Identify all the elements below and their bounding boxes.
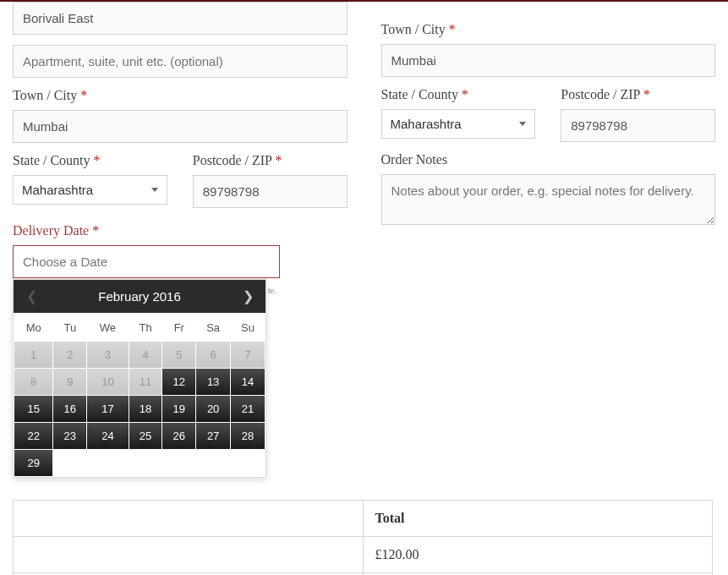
calendar-day[interactable]: 29: [14, 450, 52, 476]
calendar-day[interactable]: 15: [14, 396, 52, 422]
calendar-day: 5: [162, 342, 195, 368]
calendar-day: 4: [129, 342, 162, 368]
shipping-state-value: Maharashtra: [391, 117, 462, 131]
calendar-day[interactable]: 16: [53, 396, 86, 422]
weekday-header: We: [87, 313, 129, 342]
order-total-header: Total: [363, 501, 713, 537]
billing-state-select[interactable]: Maharashtra: [13, 175, 167, 205]
billing-state-label: State / County *: [13, 153, 167, 168]
calendar-day[interactable]: 28: [231, 423, 265, 449]
datepicker-title: February 2016: [98, 289, 181, 304]
weekday-header: Su: [231, 313, 265, 342]
calendar-day: 11: [129, 369, 162, 395]
delivery-date-label: Delivery Date *: [13, 223, 348, 238]
calendar-day: 6: [196, 342, 230, 368]
calendar-day[interactable]: 23: [53, 423, 86, 449]
calendar-day[interactable]: 24: [87, 423, 129, 449]
calendar-day: 3: [87, 342, 129, 368]
shipping-state-select[interactable]: Maharashtra: [381, 109, 536, 139]
shipping-postcode-label: Postcode / ZIP *: [561, 87, 715, 102]
calendar-day: 9: [53, 369, 86, 395]
chevron-down-icon: [151, 188, 158, 192]
weekday-header: Th: [129, 313, 162, 342]
billing-city-input[interactable]: [13, 110, 348, 143]
weekday-header: Sa: [196, 313, 231, 342]
next-month-icon[interactable]: ❯: [240, 288, 255, 304]
shipping-city-input[interactable]: [381, 44, 716, 77]
calendar-day: 7: [231, 342, 265, 368]
billing-address2-input[interactable]: [13, 45, 348, 78]
calendar-day: [196, 450, 230, 476]
weekday-header: Tu: [53, 313, 87, 342]
calendar-day[interactable]: 13: [196, 369, 230, 395]
calendar-day[interactable]: 25: [129, 423, 162, 449]
calendar-day: 2: [53, 342, 86, 368]
shipping-city-label: Town / City *: [381, 22, 716, 37]
calendar-day: [162, 450, 195, 476]
billing-postcode-input[interactable]: [193, 175, 348, 208]
datepicker-table: MoTuWeThFrSaSu 1234567891011121314151617…: [14, 313, 265, 477]
calendar-day[interactable]: 19: [162, 396, 195, 422]
order-summary-table: Total £120.00 Subtotal £120.00 Shipping …: [13, 500, 713, 575]
calendar-day: 1: [14, 342, 52, 368]
calendar-day[interactable]: 27: [196, 423, 230, 449]
calendar-day: [231, 450, 265, 476]
prev-month-icon: ❮: [24, 288, 39, 304]
calendar-day[interactable]: 21: [231, 396, 265, 422]
billing-address1-input[interactable]: [13, 2, 348, 35]
calendar-day[interactable]: 14: [231, 369, 265, 395]
calendar-day[interactable]: 26: [162, 423, 195, 449]
shipping-state-label: State / County *: [381, 87, 536, 102]
billing-postcode-label: Postcode / ZIP *: [193, 153, 348, 168]
calendar-day[interactable]: 22: [14, 423, 52, 449]
billing-state-value: Maharashtra: [22, 183, 93, 197]
calendar-day: 8: [14, 369, 52, 395]
calendar-day: 10: [87, 369, 129, 395]
billing-city-label: Town / City *: [13, 88, 348, 103]
chevron-down-icon: [519, 122, 526, 126]
order-notes-textarea[interactable]: [381, 174, 716, 225]
order-notes-label: Order Notes: [381, 152, 716, 167]
delivery-date-input[interactable]: [13, 245, 280, 278]
order-line-total: £120.00: [363, 537, 713, 573]
calendar-day: [129, 450, 162, 476]
datepicker-header: ❮ February 2016 ❯: [14, 280, 265, 313]
shipping-postcode-input[interactable]: [561, 109, 715, 142]
calendar-day: [87, 450, 129, 476]
calendar-day[interactable]: 17: [87, 396, 129, 422]
calendar-day[interactable]: 12: [162, 369, 195, 395]
delivery-hint: te.: [268, 286, 276, 295]
datepicker-popup: ❮ February 2016 ❯ MoTuWeThFrSaSu 1234567…: [13, 279, 266, 478]
calendar-day[interactable]: 18: [129, 396, 162, 422]
calendar-day: [53, 450, 86, 476]
calendar-day[interactable]: 20: [196, 396, 230, 422]
weekday-header: Mo: [14, 313, 53, 342]
weekday-header: Fr: [162, 313, 196, 342]
